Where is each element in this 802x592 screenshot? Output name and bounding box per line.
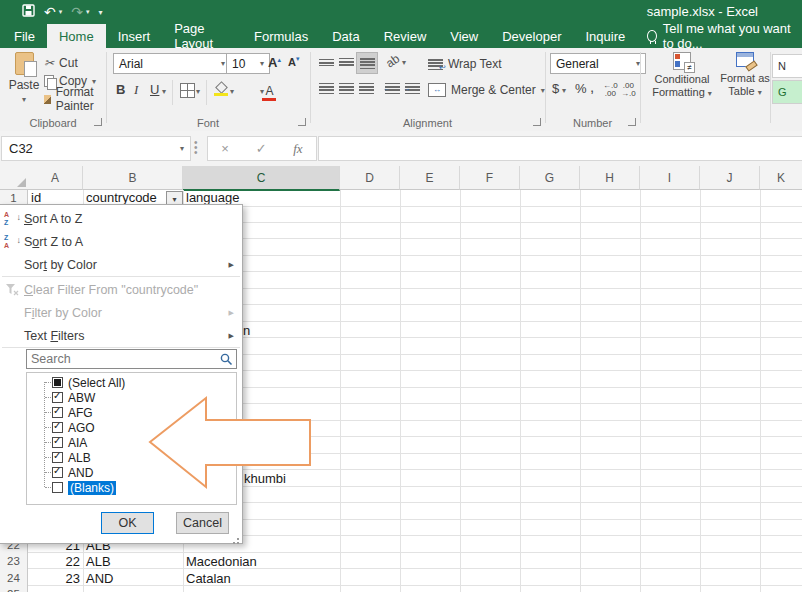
row-header-23[interactable]: 23 — [0, 553, 27, 570]
filter-option-blanks[interactable]: (Blanks) — [27, 480, 236, 495]
italic-button[interactable]: I — [134, 82, 138, 98]
formula-input[interactable] — [318, 136, 802, 161]
menu-item-sort-z-to-a[interactable]: AZ↓ Sort Z to A — [0, 230, 242, 253]
column-header-f[interactable]: F — [460, 166, 520, 190]
number-format-select[interactable]: General▾ — [550, 53, 646, 74]
shrink-font-button[interactable]: A — [288, 55, 299, 68]
customize-qat-icon[interactable]: ▾ — [99, 8, 103, 17]
row-header-25[interactable]: 25 — [0, 586, 27, 592]
bottom-align-button[interactable] — [356, 52, 378, 74]
increase-decimal-icon[interactable]: ←.0.00 — [603, 82, 618, 98]
tab-home[interactable]: Home — [47, 24, 106, 48]
tab-insert[interactable]: Insert — [106, 24, 163, 48]
column-header-c[interactable]: C — [183, 166, 340, 191]
borders-icon[interactable] — [180, 83, 195, 98]
orientation-icon[interactable]: ab — [383, 51, 402, 70]
cell-style-good[interactable]: G — [772, 80, 802, 104]
tab-formulas[interactable]: Formulas — [242, 24, 320, 48]
cell-a23[interactable]: 22 — [28, 554, 80, 570]
tell-me-box[interactable]: Tell me what you want to do... — [637, 24, 802, 48]
column-header-d[interactable]: D — [340, 166, 400, 190]
column-header-b[interactable]: B — [83, 166, 183, 190]
column-header-a[interactable]: A — [28, 166, 83, 190]
checkbox-checked-icon[interactable] — [52, 422, 63, 433]
filter-option-aia[interactable]: AIA — [27, 435, 236, 450]
column-header-g[interactable]: G — [520, 166, 580, 190]
font-color-icon[interactable]: A — [262, 85, 276, 101]
undo-caret-icon[interactable]: ▾ — [59, 8, 63, 16]
percent-button[interactable]: % — [575, 81, 587, 96]
cell-a24[interactable]: 23 — [28, 571, 80, 587]
middle-align-button[interactable] — [336, 52, 356, 72]
format-painter-button[interactable]: Format Painter — [44, 91, 114, 107]
menu-item-filter-by-color[interactable]: Filter by Color ▶ — [0, 301, 242, 324]
column-header-i[interactable]: I — [640, 166, 700, 190]
merge-center-button[interactable]: ↔ Merge & Center ▾ — [428, 82, 545, 98]
redo-caret-icon[interactable]: ▾ — [86, 8, 90, 16]
enter-entry-icon[interactable]: ✓ — [256, 141, 267, 156]
menu-item-sort-a-to-z[interactable]: AZ↓ Sort A to Z — [0, 207, 242, 230]
cell-b24[interactable]: AND — [86, 571, 180, 587]
align-right-button[interactable] — [356, 78, 376, 98]
filter-option-afg[interactable]: AFG — [27, 405, 236, 420]
ok-button[interactable]: OK — [101, 512, 154, 534]
checkbox-indeterminate-icon[interactable] — [52, 377, 63, 388]
filter-option-ago[interactable]: AGO — [27, 420, 236, 435]
align-left-button[interactable] — [316, 78, 336, 98]
decrease-indent-button[interactable]: ← — [382, 78, 402, 98]
underline-caret-icon[interactable]: ▾ — [162, 87, 166, 96]
cell-style-normal[interactable]: N — [772, 54, 802, 78]
filter-option-and[interactable]: AND — [27, 465, 236, 480]
top-align-button[interactable] — [316, 52, 336, 72]
number-dialog-launcher-icon[interactable] — [628, 118, 636, 126]
cell-b23[interactable]: ALB — [86, 554, 180, 570]
checkbox-checked-icon[interactable] — [52, 467, 63, 478]
filter-option-abw[interactable]: ABW — [27, 390, 236, 405]
column-header-e[interactable]: E — [400, 166, 460, 190]
paste-button[interactable]: Paste ▾ — [6, 52, 42, 118]
resize-grip[interactable] — [237, 538, 239, 540]
filter-option-alb[interactable]: ALB — [27, 450, 236, 465]
font-dialog-launcher-icon[interactable] — [298, 118, 306, 126]
tab-view[interactable]: View — [438, 24, 490, 48]
menu-item-text-filters[interactable]: Text Filters ▶ — [0, 324, 242, 347]
row-header-24[interactable]: 24 — [0, 570, 27, 587]
tab-file[interactable]: File — [0, 24, 47, 48]
tab-page-layout[interactable]: Page Layout — [162, 24, 242, 48]
wrap-text-button[interactable]: ↩ Wrap Text — [428, 56, 502, 72]
tab-developer[interactable]: Developer — [490, 24, 573, 48]
column-header-j[interactable]: J — [700, 166, 760, 190]
undo-button[interactable]: ↶ — [44, 4, 56, 20]
menu-item-clear-filter[interactable]: Clear Filter From "countrycode" — [0, 278, 242, 301]
decrease-decimal-icon[interactable]: .00→.0 — [621, 82, 636, 98]
cut-button[interactable]: Cut — [44, 55, 78, 71]
checkbox-checked-icon[interactable] — [52, 437, 63, 448]
font-name-select[interactable]: Arial▾ — [113, 53, 231, 74]
font-size-select[interactable]: 10▾ — [226, 53, 270, 74]
formula-bar-grip[interactable]: ••• — [194, 140, 197, 156]
format-as-table-button[interactable]: Format as Table ▾ — [720, 52, 770, 99]
cell-c24[interactable]: Catalan — [186, 571, 336, 587]
checkbox-checked-icon[interactable] — [52, 407, 63, 418]
fill-color-icon[interactable] — [214, 82, 228, 96]
column-header-k[interactable]: K — [760, 166, 802, 190]
cancel-button[interactable]: Cancel — [176, 512, 229, 534]
clipboard-dialog-launcher-icon[interactable] — [94, 118, 102, 126]
underline-button[interactable]: U — [150, 82, 159, 97]
filter-option-select-all[interactable]: (Select All) — [27, 375, 236, 390]
cancel-entry-icon[interactable]: × — [221, 141, 229, 156]
redo-button[interactable]: ↷ — [71, 4, 83, 20]
cell-c23[interactable]: Macedonian — [186, 554, 336, 570]
menu-item-sort-by-color[interactable]: Sort by Color ▶ — [0, 253, 242, 276]
select-all-corner[interactable] — [0, 166, 29, 190]
tab-review[interactable]: Review — [372, 24, 439, 48]
checkbox-checked-icon[interactable] — [52, 392, 63, 403]
column-header-h[interactable]: H — [580, 166, 640, 190]
name-box[interactable]: C32 ▾ — [1, 136, 191, 161]
tab-inquire[interactable]: Inquire — [574, 24, 638, 48]
currency-button[interactable]: $ — [552, 81, 559, 96]
bold-button[interactable]: B — [116, 82, 125, 97]
conditional-formatting-button[interactable]: ≠ Conditional Formatting ▾ — [646, 52, 718, 100]
alignment-dialog-launcher-icon[interactable] — [533, 118, 541, 126]
checkbox-unchecked-icon[interactable] — [52, 482, 63, 493]
